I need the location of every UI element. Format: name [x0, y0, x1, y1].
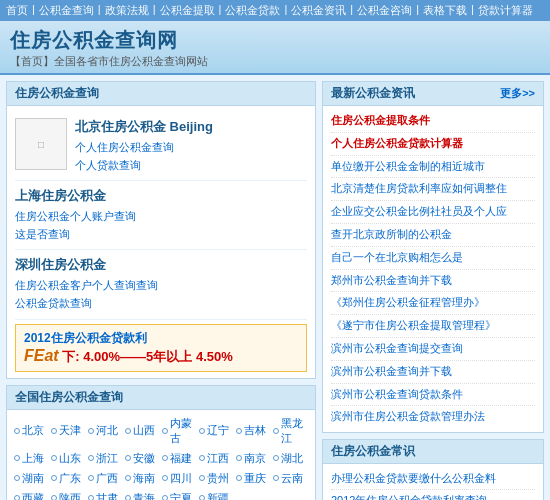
news-item-5: 企业应交公积金比例社社员及个人应 — [331, 201, 535, 224]
news-item-11: 滨州市公积金查询提交查询 — [331, 338, 535, 361]
nav-withdraw[interactable]: 公积金提取 — [160, 3, 215, 18]
national-query-header: 全国住房公积金查询 — [7, 386, 315, 410]
knowledge-list: 办理公积金贷款要缴什么公积金料 2012年住房公积金贷款利率查询 个人如何办理公… — [323, 464, 543, 500]
province-yunnan: 云南 — [272, 469, 309, 488]
highlight-title: 2012住房公积金贷款利 — [24, 330, 298, 347]
rate-value: 下: 4.00%——5年以上 4.50% — [62, 349, 233, 364]
news-item-1: 住房公积金提取条件 — [331, 110, 535, 133]
shanghai-block: 上海住房公积金 住房公积金个人账户查询 这是否查询 — [15, 181, 307, 250]
province-jiangxi: 江西 — [198, 449, 235, 468]
beijing-info: 北京住房公积金 Beijing 个人住房公积金查询 个人贷款查询 — [75, 118, 307, 174]
province-shaanxi: 陕西 — [50, 489, 87, 500]
news-item-6: 查开北京政所制的公积金 — [331, 224, 535, 247]
province-beijing: 北京 — [13, 414, 50, 448]
news-item-9: 《郑州住房公积金征程管理办》 — [331, 292, 535, 315]
main-fund-query-box: 住房公积金查询 □ 北京住房公积金 Beijing 个人住房公积金查询 个人贷款… — [6, 81, 316, 379]
province-fujian: 福建 — [161, 449, 198, 468]
news-section: 最新公积金资讯 更多>> 住房公积金提取条件 个人住房公积金贷款计算器 单位缴开… — [322, 81, 544, 433]
beijing-block: □ 北京住房公积金 Beijing 个人住房公积金查询 个人贷款查询 — [15, 112, 307, 181]
news-item-8: 郑州市公积金查询并下载 — [331, 270, 535, 293]
highlight-rate: FEat 下: 4.00%——5年以上 4.50% — [24, 347, 298, 366]
shenzhen-links: 住房公积金客户个人查询查询 公积金贷款查询 — [15, 277, 307, 312]
news-header: 最新公积金资讯 更多>> — [323, 82, 543, 106]
knowledge-section: 住房公积金常识 办理公积金贷款要缴什么公积金料 2012年住房公积金贷款利率查询… — [322, 439, 544, 500]
knowledge-title: 住房公积金常识 — [331, 443, 415, 460]
province-ningxia: 宁夏 — [161, 489, 198, 500]
shanghai-name: 上海住房公积金 — [15, 187, 307, 205]
news-item-14: 滨州市住房公积金贷款管理办法 — [331, 406, 535, 428]
province-neimenggu: 内蒙古 — [161, 414, 198, 448]
site-title: 住房公积金查询网 — [10, 27, 540, 54]
nav-query[interactable]: 公积金查询 — [39, 3, 94, 18]
site-header: 住房公积金查询网 【首页】全国各省市住房公积金查询网站 — [0, 21, 550, 75]
province-heilongjiang: 黑龙江 — [272, 414, 309, 448]
beijing-name: 北京住房公积金 Beijing — [75, 118, 307, 136]
province-xinjiang: 新疆 — [198, 489, 235, 500]
shanghai-links: 住房公积金个人账户查询 这是否查询 — [15, 208, 307, 243]
province-gansu: 甘肃 — [87, 489, 124, 500]
nav-home[interactable]: 首页 — [6, 3, 28, 18]
province-nanjing: 南京 — [235, 449, 272, 468]
knowledge-header: 住房公积金常识 — [323, 440, 543, 464]
breadcrumb: 【首页】全国各省市住房公积金查询网站 — [10, 54, 540, 69]
province-xizang: 西藏 — [13, 489, 50, 500]
news-title: 最新公积金资讯 — [331, 85, 415, 102]
nav-news[interactable]: 公积金资讯 — [291, 3, 346, 18]
left-column: 住房公积金查询 □ 北京住房公积金 Beijing 个人住房公积金查询 个人贷款… — [6, 81, 316, 500]
province-guangxi: 广西 — [87, 469, 124, 488]
province-chongqing: 重庆 — [235, 469, 272, 488]
right-column: 最新公积金资讯 更多>> 住房公积金提取条件 个人住房公积金贷款计算器 单位缴开… — [322, 81, 544, 500]
province-shandong: 山东 — [50, 449, 87, 468]
news-item-12: 滨州市公积金查询并下载 — [331, 361, 535, 384]
province-sichuan: 四川 — [161, 469, 198, 488]
news-list: 住房公积金提取条件 个人住房公积金贷款计算器 单位缴开公积金金制的相近城市 北京… — [323, 106, 543, 432]
province-grid: 北京 天津 河北 山西 内蒙古 辽宁 吉林 黑龙江 上海 山东 浙江 安徽 福建… — [7, 410, 315, 500]
shenzhen-link-1[interactable]: 住房公积金客户个人查询查询 — [15, 277, 307, 295]
nav-loan[interactable]: 公积金贷款 — [225, 3, 280, 18]
province-shanxi: 山西 — [124, 414, 161, 448]
beijing-links: 个人住房公积金查询 个人贷款查询 — [75, 139, 307, 174]
nav-calc[interactable]: 贷款计算器 — [478, 3, 533, 18]
news-item-2: 个人住房公积金贷款计算器 — [331, 133, 535, 156]
province-hubei: 湖北 — [272, 449, 309, 468]
news-item-13: 滨州市公积金查询贷款条件 — [331, 384, 535, 407]
shenzhen-block: 深圳住房公积金 住房公积金客户个人查询查询 公积金贷款查询 — [15, 250, 307, 319]
province-hunan: 湖南 — [13, 469, 50, 488]
beijing-logo: □ — [15, 118, 67, 170]
province-guangdong: 广东 — [50, 469, 87, 488]
main-content: 住房公积金查询 □ 北京住房公积金 Beijing 个人住房公积金查询 个人贷款… — [0, 75, 550, 500]
news-more-link[interactable]: 更多>> — [500, 86, 535, 101]
shenzhen-info: 深圳住房公积金 住房公积金客户个人查询查询 公积金贷款查询 — [15, 256, 307, 312]
highlight-link[interactable]: 2012住房公积金贷款利 — [24, 331, 147, 345]
national-query-box: 全国住房公积金查询 北京 天津 河北 山西 内蒙古 辽宁 吉林 黑龙江 上海 山… — [6, 385, 316, 500]
shanghai-link-1[interactable]: 住房公积金个人账户查询 — [15, 208, 307, 226]
news-item-3: 单位缴开公积金金制的相近城市 — [331, 156, 535, 179]
province-hainan: 海南 — [124, 469, 161, 488]
shanghai-link-2[interactable]: 这是否查询 — [15, 226, 307, 244]
shanghai-info: 上海住房公积金 住房公积金个人账户查询 这是否查询 — [15, 187, 307, 243]
shenzhen-link-2[interactable]: 公积金贷款查询 — [15, 295, 307, 313]
news-item-4: 北京清楚住房贷款利率应如何调整住 — [331, 178, 535, 201]
main-fund-query-header: 住房公积金查询 — [7, 82, 315, 106]
province-qinghai: 青海 — [124, 489, 161, 500]
feat-text: FEat — [24, 347, 59, 364]
province-shanghai: 上海 — [13, 449, 50, 468]
nav-policy[interactable]: 政策法规 — [105, 3, 149, 18]
province-guizhou: 贵州 — [198, 469, 235, 488]
nav-consult[interactable]: 公积金咨询 — [357, 3, 412, 18]
news-item-10: 《遂宁市住房公积金提取管理程》 — [331, 315, 535, 338]
top-navigation: 首页 | 公积金查询 | 政策法规 | 公积金提取 | 公积金贷款 | 公积金资… — [0, 0, 550, 21]
province-anhui: 安徽 — [124, 449, 161, 468]
knowledge-item-1: 办理公积金贷款要缴什么公积金料 — [331, 468, 535, 490]
province-hebei: 河北 — [87, 414, 124, 448]
province-jilin: 吉林 — [235, 414, 272, 448]
beijing-link-1[interactable]: 个人住房公积金查询 — [75, 139, 307, 157]
news-item-7: 自己一个在北京购相怎么是 — [331, 247, 535, 270]
shenzhen-name: 深圳住房公积金 — [15, 256, 307, 274]
province-tianjin: 天津 — [50, 414, 87, 448]
province-liaoning: 辽宁 — [198, 414, 235, 448]
beijing-link-2[interactable]: 个人贷款查询 — [75, 157, 307, 175]
highlight-block: 2012住房公积金贷款利 FEat 下: 4.00%——5年以上 4.50% — [15, 324, 307, 372]
main-fund-query-body: □ 北京住房公积金 Beijing 个人住房公积金查询 个人贷款查询 上海住房公… — [7, 106, 315, 378]
nav-forms[interactable]: 表格下载 — [423, 3, 467, 18]
